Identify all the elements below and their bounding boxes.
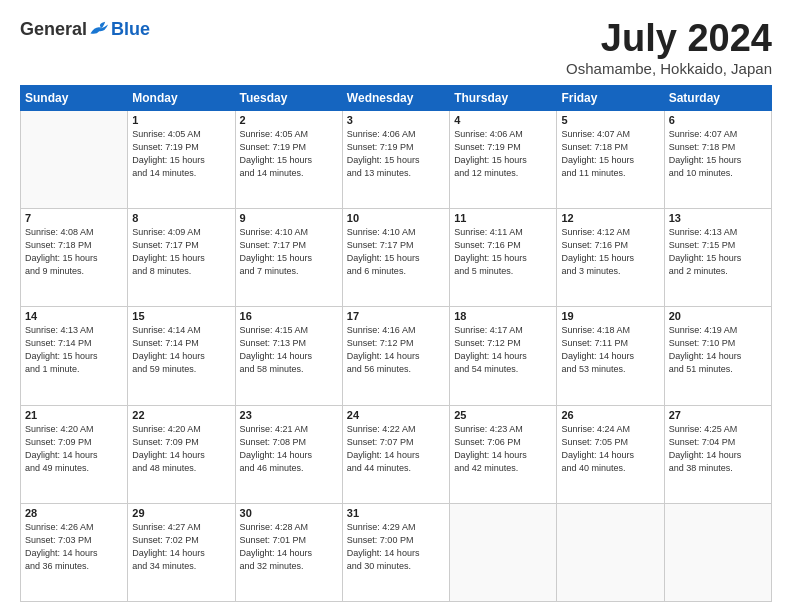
calendar-week-row: 7Sunrise: 4:08 AM Sunset: 7:18 PM Daylig… xyxy=(21,209,772,307)
location: Oshamambe, Hokkaido, Japan xyxy=(566,60,772,77)
calendar-cell: 11Sunrise: 4:11 AM Sunset: 7:16 PM Dayli… xyxy=(450,209,557,307)
calendar-col-header: Sunday xyxy=(21,85,128,110)
day-number: 23 xyxy=(240,409,338,421)
day-info: Sunrise: 4:26 AM Sunset: 7:03 PM Dayligh… xyxy=(25,521,123,573)
day-info: Sunrise: 4:10 AM Sunset: 7:17 PM Dayligh… xyxy=(240,226,338,278)
day-info: Sunrise: 4:13 AM Sunset: 7:14 PM Dayligh… xyxy=(25,324,123,376)
day-info: Sunrise: 4:05 AM Sunset: 7:19 PM Dayligh… xyxy=(240,128,338,180)
calendar-cell: 22Sunrise: 4:20 AM Sunset: 7:09 PM Dayli… xyxy=(128,405,235,503)
calendar-col-header: Tuesday xyxy=(235,85,342,110)
calendar-col-header: Monday xyxy=(128,85,235,110)
calendar-cell: 3Sunrise: 4:06 AM Sunset: 7:19 PM Daylig… xyxy=(342,110,449,208)
calendar-cell: 6Sunrise: 4:07 AM Sunset: 7:18 PM Daylig… xyxy=(664,110,771,208)
day-info: Sunrise: 4:09 AM Sunset: 7:17 PM Dayligh… xyxy=(132,226,230,278)
day-number: 31 xyxy=(347,507,445,519)
logo-bird-icon xyxy=(89,18,111,40)
day-number: 4 xyxy=(454,114,552,126)
day-info: Sunrise: 4:28 AM Sunset: 7:01 PM Dayligh… xyxy=(240,521,338,573)
calendar-cell: 12Sunrise: 4:12 AM Sunset: 7:16 PM Dayli… xyxy=(557,209,664,307)
day-number: 29 xyxy=(132,507,230,519)
calendar-cell: 8Sunrise: 4:09 AM Sunset: 7:17 PM Daylig… xyxy=(128,209,235,307)
day-number: 15 xyxy=(132,310,230,322)
calendar-cell: 25Sunrise: 4:23 AM Sunset: 7:06 PM Dayli… xyxy=(450,405,557,503)
calendar-cell: 1Sunrise: 4:05 AM Sunset: 7:19 PM Daylig… xyxy=(128,110,235,208)
calendar-cell: 5Sunrise: 4:07 AM Sunset: 7:18 PM Daylig… xyxy=(557,110,664,208)
day-info: Sunrise: 4:08 AM Sunset: 7:18 PM Dayligh… xyxy=(25,226,123,278)
logo-general-text: General xyxy=(20,19,87,40)
calendar-week-row: 28Sunrise: 4:26 AM Sunset: 7:03 PM Dayli… xyxy=(21,503,772,601)
day-info: Sunrise: 4:15 AM Sunset: 7:13 PM Dayligh… xyxy=(240,324,338,376)
day-number: 12 xyxy=(561,212,659,224)
calendar-cell: 16Sunrise: 4:15 AM Sunset: 7:13 PM Dayli… xyxy=(235,307,342,405)
day-info: Sunrise: 4:27 AM Sunset: 7:02 PM Dayligh… xyxy=(132,521,230,573)
day-number: 8 xyxy=(132,212,230,224)
day-info: Sunrise: 4:20 AM Sunset: 7:09 PM Dayligh… xyxy=(132,423,230,475)
calendar-cell xyxy=(450,503,557,601)
calendar-cell: 23Sunrise: 4:21 AM Sunset: 7:08 PM Dayli… xyxy=(235,405,342,503)
calendar-cell: 29Sunrise: 4:27 AM Sunset: 7:02 PM Dayli… xyxy=(128,503,235,601)
calendar-cell: 26Sunrise: 4:24 AM Sunset: 7:05 PM Dayli… xyxy=(557,405,664,503)
day-number: 5 xyxy=(561,114,659,126)
calendar-cell xyxy=(21,110,128,208)
calendar-cell: 4Sunrise: 4:06 AM Sunset: 7:19 PM Daylig… xyxy=(450,110,557,208)
calendar-table: SundayMondayTuesdayWednesdayThursdayFrid… xyxy=(20,85,772,602)
page: General Blue July 2024 Oshamambe, Hokkai… xyxy=(0,0,792,612)
day-info: Sunrise: 4:18 AM Sunset: 7:11 PM Dayligh… xyxy=(561,324,659,376)
day-info: Sunrise: 4:23 AM Sunset: 7:06 PM Dayligh… xyxy=(454,423,552,475)
calendar-week-row: 1Sunrise: 4:05 AM Sunset: 7:19 PM Daylig… xyxy=(21,110,772,208)
day-info: Sunrise: 4:11 AM Sunset: 7:16 PM Dayligh… xyxy=(454,226,552,278)
calendar-cell: 18Sunrise: 4:17 AM Sunset: 7:12 PM Dayli… xyxy=(450,307,557,405)
calendar-cell: 13Sunrise: 4:13 AM Sunset: 7:15 PM Dayli… xyxy=(664,209,771,307)
day-info: Sunrise: 4:20 AM Sunset: 7:09 PM Dayligh… xyxy=(25,423,123,475)
day-number: 9 xyxy=(240,212,338,224)
calendar-cell: 27Sunrise: 4:25 AM Sunset: 7:04 PM Dayli… xyxy=(664,405,771,503)
calendar-cell: 30Sunrise: 4:28 AM Sunset: 7:01 PM Dayli… xyxy=(235,503,342,601)
header: General Blue July 2024 Oshamambe, Hokkai… xyxy=(20,18,772,77)
day-number: 27 xyxy=(669,409,767,421)
day-number: 22 xyxy=(132,409,230,421)
month-title: July 2024 xyxy=(566,18,772,60)
day-info: Sunrise: 4:19 AM Sunset: 7:10 PM Dayligh… xyxy=(669,324,767,376)
day-info: Sunrise: 4:05 AM Sunset: 7:19 PM Dayligh… xyxy=(132,128,230,180)
day-info: Sunrise: 4:06 AM Sunset: 7:19 PM Dayligh… xyxy=(347,128,445,180)
day-info: Sunrise: 4:12 AM Sunset: 7:16 PM Dayligh… xyxy=(561,226,659,278)
day-info: Sunrise: 4:21 AM Sunset: 7:08 PM Dayligh… xyxy=(240,423,338,475)
day-info: Sunrise: 4:25 AM Sunset: 7:04 PM Dayligh… xyxy=(669,423,767,475)
day-number: 19 xyxy=(561,310,659,322)
title-area: July 2024 Oshamambe, Hokkaido, Japan xyxy=(566,18,772,77)
calendar-week-row: 21Sunrise: 4:20 AM Sunset: 7:09 PM Dayli… xyxy=(21,405,772,503)
day-info: Sunrise: 4:17 AM Sunset: 7:12 PM Dayligh… xyxy=(454,324,552,376)
calendar-cell: 7Sunrise: 4:08 AM Sunset: 7:18 PM Daylig… xyxy=(21,209,128,307)
day-number: 13 xyxy=(669,212,767,224)
calendar-cell: 21Sunrise: 4:20 AM Sunset: 7:09 PM Dayli… xyxy=(21,405,128,503)
calendar-cell xyxy=(664,503,771,601)
calendar-col-header: Wednesday xyxy=(342,85,449,110)
day-number: 6 xyxy=(669,114,767,126)
day-number: 25 xyxy=(454,409,552,421)
calendar-week-row: 14Sunrise: 4:13 AM Sunset: 7:14 PM Dayli… xyxy=(21,307,772,405)
day-number: 16 xyxy=(240,310,338,322)
day-number: 7 xyxy=(25,212,123,224)
calendar-col-header: Friday xyxy=(557,85,664,110)
calendar-cell: 31Sunrise: 4:29 AM Sunset: 7:00 PM Dayli… xyxy=(342,503,449,601)
logo: General Blue xyxy=(20,18,150,40)
day-info: Sunrise: 4:22 AM Sunset: 7:07 PM Dayligh… xyxy=(347,423,445,475)
day-number: 24 xyxy=(347,409,445,421)
calendar-cell: 15Sunrise: 4:14 AM Sunset: 7:14 PM Dayli… xyxy=(128,307,235,405)
calendar-cell: 24Sunrise: 4:22 AM Sunset: 7:07 PM Dayli… xyxy=(342,405,449,503)
day-number: 3 xyxy=(347,114,445,126)
day-info: Sunrise: 4:07 AM Sunset: 7:18 PM Dayligh… xyxy=(669,128,767,180)
logo-blue-text: Blue xyxy=(111,19,150,40)
calendar-header-row: SundayMondayTuesdayWednesdayThursdayFrid… xyxy=(21,85,772,110)
calendar-cell: 28Sunrise: 4:26 AM Sunset: 7:03 PM Dayli… xyxy=(21,503,128,601)
calendar-col-header: Saturday xyxy=(664,85,771,110)
calendar-cell: 17Sunrise: 4:16 AM Sunset: 7:12 PM Dayli… xyxy=(342,307,449,405)
day-number: 28 xyxy=(25,507,123,519)
calendar-cell: 2Sunrise: 4:05 AM Sunset: 7:19 PM Daylig… xyxy=(235,110,342,208)
day-number: 10 xyxy=(347,212,445,224)
day-number: 21 xyxy=(25,409,123,421)
calendar-cell: 19Sunrise: 4:18 AM Sunset: 7:11 PM Dayli… xyxy=(557,307,664,405)
calendar-cell: 14Sunrise: 4:13 AM Sunset: 7:14 PM Dayli… xyxy=(21,307,128,405)
calendar-cell: 10Sunrise: 4:10 AM Sunset: 7:17 PM Dayli… xyxy=(342,209,449,307)
day-number: 2 xyxy=(240,114,338,126)
